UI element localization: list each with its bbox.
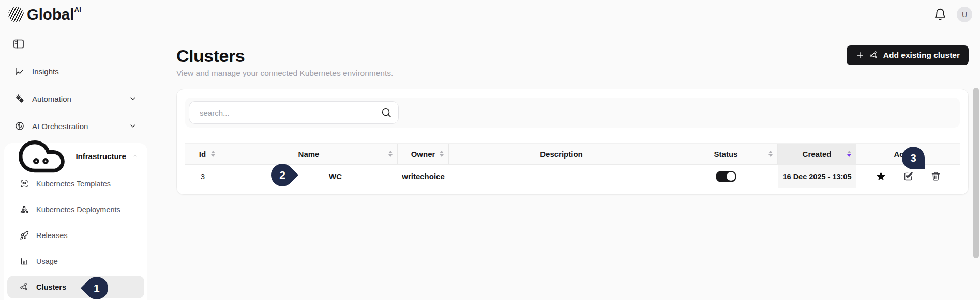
usage-chart-icon: [20, 257, 29, 266]
sidebar-item-automation[interactable]: Automation: [4, 88, 147, 109]
user-avatar[interactable]: U: [957, 7, 972, 22]
sort-icon: [768, 151, 773, 157]
search-input[interactable]: [189, 101, 399, 124]
status-toggle[interactable]: [716, 171, 736, 182]
column-header-name[interactable]: Name: [220, 144, 398, 164]
sort-icon: [211, 151, 215, 157]
page-subtitle: View and manage your connected Kubernete…: [176, 69, 393, 78]
sort-icon: [388, 151, 393, 157]
column-header-status[interactable]: Status: [674, 144, 778, 164]
rocket-icon: [20, 231, 29, 240]
cell-created: 16 Dec 2025 - 13:05: [778, 165, 856, 188]
cell-actions: [856, 171, 960, 182]
search-strip: [185, 98, 960, 128]
annotation-marker-3: 3: [902, 147, 925, 169]
sidebar-nav: Insights Automation AI Orchestration: [0, 61, 152, 300]
sidebar-item-label: Infrastructure: [76, 152, 126, 161]
logo-text: GlobalAI: [27, 7, 81, 22]
favorite-star-button[interactable]: [876, 171, 886, 182]
sidebar-item-insights[interactable]: Insights: [4, 61, 147, 82]
sidebar-collapse-button[interactable]: [12, 38, 25, 50]
plus-icon: [855, 51, 865, 60]
chart-line-icon: [14, 66, 25, 76]
sidebar-item-label: Usage: [36, 257, 58, 265]
sort-icon-active-desc: [847, 151, 851, 157]
sidebar-item-clusters[interactable]: Clusters: [7, 276, 144, 298]
cell-owner: writechoice: [398, 172, 449, 181]
page-title: Clusters: [176, 46, 245, 66]
delete-trash-button[interactable]: [930, 171, 941, 182]
search-icon: [381, 107, 392, 118]
column-header-id[interactable]: Id: [185, 144, 220, 164]
sidebar-item-label: Kubernetes Templates: [36, 180, 111, 188]
sidebar-item-label: Clusters: [36, 283, 66, 291]
add-existing-cluster-button[interactable]: Add existing cluster: [847, 45, 969, 65]
app-root: GlobalAI U: [0, 0, 980, 300]
sidebar-item-label: Kubernetes Deployments: [36, 206, 120, 214]
blocks-icon: [20, 205, 29, 214]
clusters-table: Id Name Owner Description: [185, 143, 960, 188]
sidebar-item-label: Releases: [36, 231, 67, 240]
sidebar-item-usage[interactable]: Usage: [7, 250, 144, 273]
edit-button[interactable]: [903, 171, 914, 182]
gears-icon: [14, 93, 25, 104]
notifications-button[interactable]: [933, 7, 947, 22]
logo-sphere-icon: [8, 7, 24, 22]
topbar: GlobalAI U: [0, 0, 980, 29]
cell-name: WC: [220, 172, 398, 181]
clusters-card: Id Name Owner Description: [176, 89, 969, 195]
logo: GlobalAI: [8, 7, 81, 22]
sort-icon: [440, 151, 444, 157]
cluster-network-icon: [20, 282, 29, 292]
sidebar-item-infrastructure[interactable]: Infrastructure: [7, 146, 144, 166]
table-header-row: Id Name Owner Description: [185, 143, 960, 165]
cloud-icon: [14, 129, 68, 183]
column-header-created[interactable]: Created: [778, 144, 856, 164]
logo-superscript: AI: [74, 6, 81, 13]
infrastructure-group: Infrastructure Kubernetes Templates: [4, 143, 147, 300]
sidebar: Insights Automation AI Orchestration: [0, 29, 152, 300]
sidebar-item-releases[interactable]: Releases: [7, 224, 144, 247]
column-header-owner[interactable]: Owner: [398, 144, 449, 164]
bell-icon: [933, 8, 947, 21]
table-row: 3 WC writechoice 16 Dec 2025 - 13:05: [185, 165, 960, 188]
add-button-label: Add existing cluster: [883, 51, 960, 60]
cluster-network-icon: [869, 51, 879, 60]
panel-left-icon: [12, 38, 25, 50]
column-header-description: Description: [449, 144, 674, 164]
scrollbar-thumb[interactable]: [973, 88, 979, 258]
cell-status: [674, 171, 778, 182]
chevron-down-icon: [129, 94, 137, 103]
scan-template-icon: [20, 179, 29, 188]
chevron-down-icon: [129, 122, 137, 130]
chevron-up-icon: [133, 152, 137, 160]
cell-id: 3: [185, 172, 220, 181]
sidebar-item-label: Automation: [32, 94, 71, 103]
sidebar-item-label: Insights: [32, 67, 59, 76]
sidebar-item-kubernetes-deployments[interactable]: Kubernetes Deployments: [7, 198, 144, 221]
